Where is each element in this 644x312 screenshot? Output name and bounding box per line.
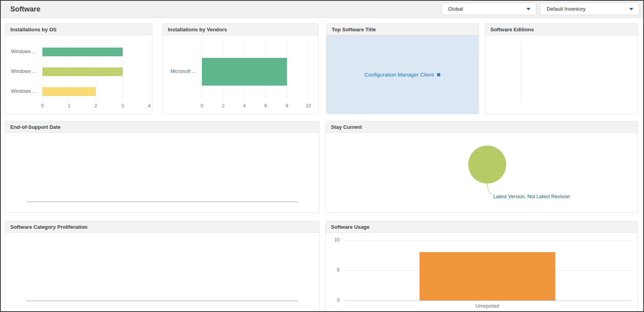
panel-title: Software Editions <box>490 27 534 33</box>
panel-title: Software Category Proliferation <box>10 224 87 230</box>
gridline <box>287 42 287 99</box>
page-title: Software <box>10 1 40 17</box>
x-tick-label: 0 <box>34 103 50 109</box>
inventory-dropdown[interactable]: Default Inventory <box>540 3 639 15</box>
panel-title: Software Usage <box>331 224 370 230</box>
software-title-tag-label: Configuration Manager Client <box>364 72 434 78</box>
category-label: Windows ... <box>5 88 36 94</box>
installations-by-os-chart: 01234Windows ...Windows ...Windows ... <box>5 35 152 114</box>
stay-current-chart: Latest Version, Not Latest Revision <box>326 133 638 212</box>
panel-title: Stay Current <box>331 124 362 130</box>
panel-title: Installations by OS <box>10 27 57 33</box>
x-tick-label: 2 <box>215 103 231 109</box>
panel-header: Software Editions <box>485 24 638 35</box>
software-editions-chart <box>485 35 638 114</box>
chevron-down-icon <box>629 8 633 10</box>
gridline <box>345 240 631 241</box>
panel-title: End-of-Support Date <box>10 124 61 130</box>
software-title-tag[interactable]: Configuration Manager Client✖ <box>364 72 441 78</box>
panel-header: Installations by OS <box>5 24 152 35</box>
y-tick-label: 0 <box>328 297 340 303</box>
empty-chart-axis-line <box>27 201 298 202</box>
x-tick-label: 8 <box>279 103 295 109</box>
scope-dropdown-value: Global <box>448 3 463 15</box>
end-of-support-chart <box>5 133 319 212</box>
panel-title: Installations by Vendors <box>168 27 227 33</box>
bar-installations_by_os-2[interactable] <box>42 87 96 96</box>
software-category-proliferation-chart <box>5 233 319 312</box>
panel-software-editions: Software Editions <box>485 23 638 114</box>
panel-software-usage: Software Usage 0510Unreported <box>325 221 638 312</box>
empty-chart-axis-line <box>27 301 298 301</box>
panel-header: Installations by Vendors <box>163 24 318 35</box>
scope-dropdown[interactable]: Global <box>441 3 536 15</box>
panel-header: Stay Current <box>326 121 638 133</box>
gridline <box>308 42 309 99</box>
gridline <box>345 301 631 301</box>
bar-installations_by_os-0[interactable] <box>42 48 123 56</box>
x-tick-label: 4 <box>141 103 152 109</box>
empty-chart-axis-line <box>521 42 522 102</box>
category-label: Microsoft ... <box>163 69 196 74</box>
panel-stay-current: Stay Current Latest Version, Not Latest … <box>325 121 638 213</box>
y-tick-label: 5 <box>328 267 340 273</box>
panel-header: Software Category Proliferation <box>5 221 319 233</box>
stay-current-bubble-label[interactable]: Latest Version, Not Latest Revision <box>493 194 570 199</box>
panel-end-of-support-date: End-of-Support Date <box>5 121 319 213</box>
panel-installations-by-os: Installations by OS 01234Windows ...Wind… <box>5 23 152 114</box>
top-header-bar: Software Global Default Inventory <box>1 1 643 18</box>
gridline <box>123 42 123 99</box>
x-tick-label: 3 <box>115 103 131 109</box>
panel-title: Top Software Title <box>332 27 376 33</box>
y-tick-label: 10 <box>328 237 340 243</box>
software-usage-chart: 0510Unreported <box>326 233 638 312</box>
category-label: Unreported <box>448 303 527 309</box>
bar-installations_by_vendors-0[interactable] <box>202 58 287 86</box>
software-dashboard-window: Software Global Default Inventory Instal… <box>0 0 644 312</box>
x-tick-label: 10 <box>300 103 316 109</box>
remove-filter-icon[interactable]: ✖ <box>437 72 441 78</box>
top-software-title-cloud: Configuration Manager Client✖ <box>327 35 479 114</box>
panel-installations-by-vendors: Installations by Vendors 0246810Microsof… <box>162 23 319 114</box>
x-tick-label: 4 <box>237 103 253 109</box>
category-label: Windows ... <box>5 69 36 74</box>
gridline <box>149 42 150 99</box>
panel-header: Top Software Title <box>327 24 479 35</box>
x-tick-label: 0 <box>194 103 210 109</box>
panel-top-software-title: Top Software Title Configuration Manager… <box>326 23 479 114</box>
panel-header: End-of-Support Date <box>5 121 319 133</box>
x-tick-label: 6 <box>258 103 274 109</box>
panel-software-category-proliferation: Software Category Proliferation <box>5 221 319 312</box>
category-label: Windows ... <box>5 49 36 54</box>
stay-current-bubble[interactable] <box>468 145 506 184</box>
panel-header: Software Usage <box>326 221 638 233</box>
installations-by-vendors-chart: 0246810Microsoft ... <box>163 35 318 114</box>
x-tick-label: 2 <box>88 103 104 109</box>
inventory-dropdown-value: Default Inventory <box>547 3 585 15</box>
bar-software_usage-0[interactable] <box>420 252 555 301</box>
chevron-down-icon <box>526 8 530 10</box>
x-tick-label: 1 <box>61 103 77 109</box>
bar-installations_by_os-1[interactable] <box>42 67 123 76</box>
